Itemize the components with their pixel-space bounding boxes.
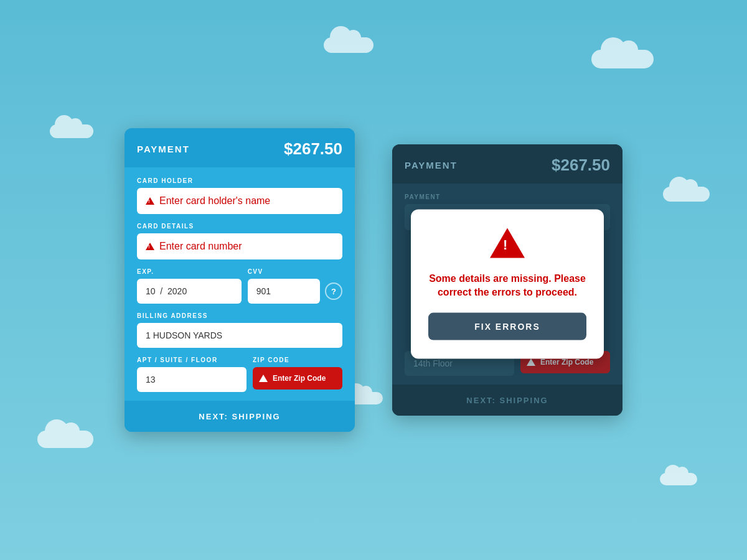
card-header: PAYMENT $267.50 bbox=[125, 128, 355, 167]
apt-field-group: APT / SUITE / FLOOR bbox=[137, 357, 247, 392]
zip-error-input[interactable]: Enter Zip Code bbox=[253, 367, 342, 390]
fix-errors-button[interactable]: FIX ERRORS bbox=[428, 313, 586, 340]
payment-form-card: PAYMENT $267.50 CARD HOLDER Enter card h… bbox=[125, 128, 355, 432]
cvv-label: CVV bbox=[248, 268, 342, 275]
cloud-decoration bbox=[591, 50, 654, 68]
cloud-decoration bbox=[324, 37, 374, 53]
error-modal: Some details are missing. Please correct… bbox=[411, 209, 604, 359]
apt-label: APT / SUITE / FLOOR bbox=[137, 357, 247, 363]
cvv-help-button[interactable]: ? bbox=[325, 282, 342, 300]
zip-field-group: ZIP CODE Enter Zip Code bbox=[253, 357, 342, 392]
cvv-field-group: CVV ? bbox=[248, 268, 342, 304]
card-holder-label: CARD HOLDER bbox=[137, 177, 342, 184]
card-details-label: CARD DETAILS bbox=[137, 223, 342, 230]
cvv-wrapper: ? bbox=[248, 279, 342, 304]
card-number-error-text: Enter card number bbox=[159, 241, 242, 252]
cloud-decoration bbox=[663, 187, 710, 202]
card-footer: NEXT: SHIPPING bbox=[125, 401, 355, 432]
billing-address-field-group: BILLING ADDRESS bbox=[137, 312, 342, 348]
payment-title-dark: PAYMENT bbox=[405, 160, 458, 170]
zip-label: ZIP CODE bbox=[253, 357, 342, 363]
error-icon bbox=[146, 243, 154, 250]
card-body: CARD HOLDER Enter card holder's name CAR… bbox=[125, 167, 355, 401]
exp-cvv-row: EXP. CVV ? bbox=[137, 268, 342, 312]
payment-amount: $267.50 bbox=[284, 139, 342, 159]
apt-input[interactable] bbox=[137, 367, 247, 392]
card-holder-field-group: CARD HOLDER Enter card holder's name bbox=[137, 177, 342, 214]
card-holder-label-dark: PAYMENT bbox=[405, 194, 610, 200]
card-footer-dark: NEXT: SHIPPING bbox=[392, 385, 622, 416]
error-icon bbox=[146, 197, 154, 205]
payment-amount-dark: $267.50 bbox=[552, 156, 610, 175]
exp-input[interactable] bbox=[137, 279, 242, 304]
card-number-input[interactable]: Enter card number bbox=[137, 233, 342, 259]
payment-title: PAYMENT bbox=[137, 144, 190, 154]
card-holder-input[interactable]: Enter card holder's name bbox=[137, 188, 342, 214]
card-details-field-group: CARD DETAILS Enter card number bbox=[137, 223, 342, 259]
modal-alert-icon bbox=[490, 228, 525, 258]
zip-error-text: Enter Zip Code bbox=[273, 374, 326, 383]
exp-field-group: EXP. bbox=[137, 268, 242, 304]
zip-error-icon bbox=[259, 375, 268, 382]
cvv-input[interactable] bbox=[248, 279, 320, 304]
modal-message: Some details are missing. Please correct… bbox=[428, 271, 586, 299]
payment-error-card: PAYMENT $267.50 PAYMENT Enter card holde… bbox=[392, 144, 622, 416]
cloud-decoration bbox=[50, 124, 93, 138]
apt-zip-row: APT / SUITE / FLOOR ZIP CODE Enter Zip C… bbox=[137, 357, 342, 401]
billing-address-input[interactable] bbox=[137, 323, 342, 348]
cloud-decoration bbox=[37, 431, 93, 448]
cloud-decoration bbox=[660, 473, 697, 485]
card-holder-error-text: Enter card holder's name bbox=[159, 195, 270, 207]
billing-address-label: BILLING ADDRESS bbox=[137, 312, 342, 319]
help-symbol: ? bbox=[331, 287, 336, 296]
card-header-dark: PAYMENT $267.50 bbox=[392, 144, 622, 184]
next-shipping-button[interactable]: NEXT: SHIPPING bbox=[199, 412, 280, 421]
cards-container: PAYMENT $267.50 CARD HOLDER Enter card h… bbox=[125, 128, 622, 432]
zip-error-icon-dark bbox=[527, 358, 535, 366]
next-shipping-button-dark: NEXT: SHIPPING bbox=[466, 396, 548, 405]
exp-label: EXP. bbox=[137, 268, 242, 275]
zip-error-text-dark: Enter Zip Code bbox=[540, 358, 593, 366]
card-body-dark: PAYMENT Enter card holder's name Enter Z… bbox=[392, 184, 622, 385]
